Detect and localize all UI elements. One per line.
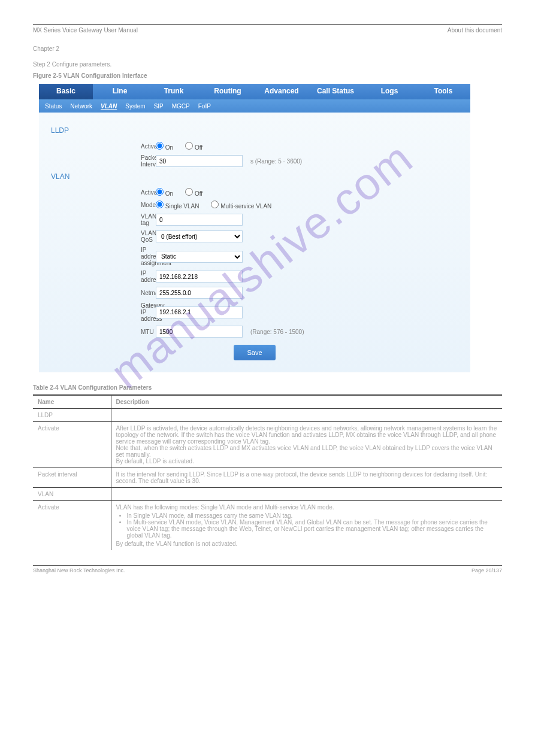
ip-addr-label: IP address: [51, 270, 156, 283]
packet-interval-hint: s (Range: 5 - 3600): [250, 158, 302, 165]
lldp-activate-label: Activate: [51, 143, 156, 150]
row-activate2-bullets: In Single VLAN mode, all messages carry …: [116, 512, 498, 539]
params-table: Name Description LLDP Activate After LLD…: [33, 394, 502, 550]
lldp-off-radio[interactable]: Off: [185, 142, 202, 151]
mtu-input[interactable]: [156, 326, 243, 338]
screenshot-panel: Basic Line Trunk Routing Advanced Call S…: [39, 84, 470, 372]
mode-multi-input[interactable]: [211, 201, 219, 208]
tab-advanced[interactable]: Advanced: [255, 84, 309, 99]
row-activate2-extra: By default, the VLAN function is not act…: [116, 541, 238, 547]
ip-addr-input[interactable]: [156, 271, 243, 283]
row-activate2-text: VLAN has the following modes: Single VLA…: [116, 504, 334, 511]
lldp-off-text: Off: [195, 144, 202, 151]
tab-logs[interactable]: Logs: [362, 84, 416, 99]
netmask-label: Netmask: [51, 290, 156, 296]
lldp-off-input[interactable]: [185, 142, 193, 150]
page-header: MX Series Voice Gateway User Manual Abou…: [33, 27, 502, 34]
row-activate1-desc: After LLDP is activated, the device auto…: [111, 422, 502, 468]
row-vlan-desc: [111, 488, 502, 501]
subtab-network[interactable]: Network: [70, 103, 92, 110]
subtab-status[interactable]: Status: [45, 103, 62, 110]
ip-assign-label: IP address assignment: [51, 247, 156, 266]
footer-right: Page 20/137: [471, 567, 502, 573]
vlan-tag-input[interactable]: [156, 214, 243, 226]
vlan-on-input[interactable]: [156, 188, 164, 196]
bullet-multi: In Multi-service VLAN mode, Voice VLAN, …: [127, 519, 498, 539]
mode-multi-radio[interactable]: Multi-service VLAN: [211, 201, 271, 210]
vlan-on-radio[interactable]: On: [156, 188, 173, 197]
row-vlan-name: VLAN: [33, 488, 111, 501]
subtab-foip[interactable]: FoIP: [198, 103, 211, 110]
header-right: About this document: [448, 27, 502, 34]
mode-label: Mode: [51, 202, 156, 208]
row-activate1-name: Activate: [33, 422, 111, 468]
lldp-on-text: On: [165, 144, 173, 151]
save-button[interactable]: Save: [234, 345, 275, 360]
header-left: MX Series Voice Gateway User Manual: [33, 27, 138, 34]
mtu-label: MTU: [51, 329, 156, 335]
main-tabs: Basic Line Trunk Routing Advanced Call S…: [39, 84, 470, 99]
tab-trunk[interactable]: Trunk: [147, 84, 201, 99]
footer-left: Shanghai New Rock Technologies Inc.: [33, 567, 125, 573]
page-footer: Shanghai New Rock Technologies Inc. Page…: [33, 567, 502, 573]
figure-caption: Figure 2-5 VLAN Configuration Interface: [33, 72, 502, 79]
subtab-mgcp[interactable]: MGCP: [172, 103, 190, 110]
table-caption: Table 2-4 VLAN Configuration Parameters: [33, 384, 502, 391]
tab-callstatus[interactable]: Call Status: [309, 84, 362, 99]
tab-routing[interactable]: Routing: [201, 84, 255, 99]
th-desc: Description: [111, 395, 502, 409]
vlan-activate-label: Activate: [51, 189, 156, 196]
subtab-sip[interactable]: SIP: [154, 103, 164, 110]
form-panel: LLDP Activate On Off Packet Interval s (…: [39, 113, 470, 372]
vlan-off-text: Off: [195, 190, 202, 197]
section-vlan: VLAN: [51, 172, 458, 181]
gateway-label: Gateway IP address: [51, 302, 156, 322]
mode-multi-text: Multi-service VLAN: [220, 203, 271, 210]
chapter-label: Chapter 2: [33, 45, 502, 52]
th-name: Name: [33, 395, 111, 409]
footer-rule: [33, 565, 502, 566]
vlan-tag-label: VLAN tag: [51, 213, 156, 226]
subtab-vlan[interactable]: VLAN: [101, 103, 117, 110]
row-packetinterval-desc: It is the interval for sending LLDP. Sin…: [111, 468, 502, 488]
row-lldp-desc: [111, 409, 502, 422]
netmask-input[interactable]: [156, 287, 243, 299]
gateway-input[interactable]: [156, 306, 243, 318]
tab-line[interactable]: Line: [93, 84, 147, 99]
header-rule: [33, 24, 502, 25]
sub-tabs: Status Network VLAN System SIP MGCP FoIP: [39, 99, 470, 113]
tab-basic[interactable]: Basic: [39, 84, 93, 99]
row-activate2-name: Activate: [33, 501, 111, 551]
lldp-on-radio[interactable]: On: [156, 142, 173, 151]
row-activate2-desc: VLAN has the following modes: Single VLA…: [111, 501, 502, 551]
tab-tools[interactable]: Tools: [416, 84, 470, 99]
mode-single-input[interactable]: [156, 201, 164, 208]
vlan-qos-select[interactable]: 0 (Best effort): [156, 230, 243, 242]
vlan-off-input[interactable]: [185, 188, 193, 196]
packet-interval-input[interactable]: [156, 155, 243, 167]
row-packetinterval-name: Packet interval: [33, 468, 111, 488]
packet-interval-label: Packet Interval: [51, 154, 156, 168]
lldp-on-input[interactable]: [156, 142, 164, 150]
vlan-on-text: On: [165, 190, 173, 197]
bullet-single: In Single VLAN mode, all messages carry …: [127, 512, 498, 519]
mtu-hint: (Range: 576 - 1500): [250, 329, 304, 335]
ip-assign-select[interactable]: Static: [156, 251, 243, 263]
section-lldp: LLDP: [51, 126, 458, 135]
subtab-system[interactable]: System: [125, 103, 145, 110]
row-lldp-name: LLDP: [33, 409, 111, 422]
vlan-off-radio[interactable]: Off: [185, 188, 202, 197]
mode-single-radio[interactable]: Single VLAN: [156, 201, 199, 210]
vlan-qos-label: VLAN QoS: [51, 230, 156, 243]
mode-single-text: Single VLAN: [165, 203, 200, 210]
step-text: Step 2 Configure parameters.: [33, 61, 502, 68]
